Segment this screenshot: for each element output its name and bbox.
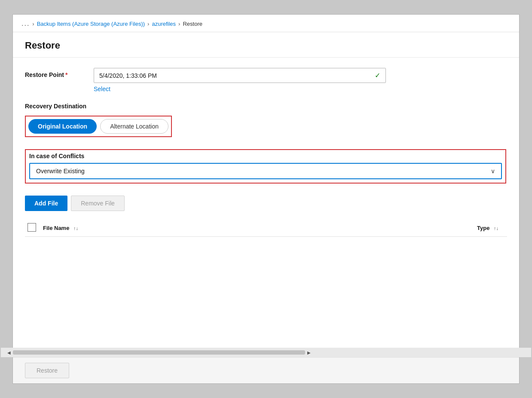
restore-point-value-col: 5/4/2020, 1:33:06 PM ✓ Select: [94, 68, 507, 92]
bottom-bar: Restore: [13, 357, 519, 383]
chevron-down-icon: ∨: [491, 168, 495, 175]
breadcrumb-sep-1: ›: [32, 21, 34, 27]
scroll-right-arrow[interactable]: ▶: [305, 350, 313, 355]
scroll-track[interactable]: [13, 350, 305, 355]
conflicts-dropdown-value: Overwrite Existing: [36, 168, 85, 175]
table-header-filename: File Name ↑↓: [40, 220, 299, 237]
restore-panel: ... › Backup Items (Azure Storage (Azure…: [12, 14, 520, 384]
filename-sort-icon[interactable]: ↑↓: [73, 226, 78, 231]
restore-point-label: Restore Point*: [25, 68, 94, 78]
scroll-left-arrow[interactable]: ◀: [5, 350, 13, 355]
file-table: File Name ↑↓ Type ↑↓: [25, 220, 507, 237]
alternate-location-button[interactable]: Alternate Location: [100, 119, 168, 134]
file-buttons: Add File Remove File: [25, 196, 507, 211]
page-title: Restore: [25, 40, 511, 51]
restore-button[interactable]: Restore: [25, 363, 69, 378]
restore-point-input[interactable]: 5/4/2020, 1:33:06 PM ✓: [94, 68, 386, 83]
location-buttons-container: Original Location Alternate Location: [25, 116, 172, 137]
breadcrumb-dots: ...: [21, 20, 30, 28]
breadcrumb-azurefiles[interactable]: azurefiles: [152, 21, 176, 27]
page-title-section: Restore: [13, 32, 519, 58]
location-buttons: Original Location Alternate Location: [28, 119, 168, 134]
breadcrumb-restore: Restore: [183, 21, 202, 27]
breadcrumb-backup-items[interactable]: Backup Items (Azure Storage (Azure Files…: [37, 21, 145, 27]
select-all-checkbox[interactable]: [28, 223, 36, 232]
scrollbar-area: ◀ ▶: [1, 348, 531, 357]
main-content: Restore Point* 5/4/2020, 1:33:06 PM ✓ Se…: [13, 58, 519, 348]
conflicts-section: In case of Conflicts Overwrite Existing …: [25, 149, 507, 184]
breadcrumb-sep-3: ›: [178, 21, 180, 27]
select-link[interactable]: Select: [94, 86, 507, 92]
remove-file-button[interactable]: Remove File: [71, 196, 125, 211]
conflicts-dropdown[interactable]: Overwrite Existing ∨: [29, 163, 502, 179]
table-header-checkbox: [25, 220, 40, 237]
recovery-destination-title: Recovery Destination: [25, 103, 507, 110]
checkmark-icon: ✓: [375, 71, 380, 80]
recovery-destination-section: Recovery Destination Original Location A…: [25, 103, 507, 137]
required-marker: *: [65, 71, 67, 78]
type-sort-icon[interactable]: ↑↓: [494, 226, 498, 231]
conflicts-outer: In case of Conflicts Overwrite Existing …: [25, 149, 506, 184]
table-header-type: Type ↑↓: [299, 220, 507, 237]
restore-point-value: 5/4/2020, 1:33:06 PM: [99, 72, 157, 79]
restore-point-row: Restore Point* 5/4/2020, 1:33:06 PM ✓ Se…: [25, 68, 507, 92]
breadcrumb: ... › Backup Items (Azure Storage (Azure…: [13, 15, 519, 32]
breadcrumb-sep-2: ›: [147, 21, 149, 27]
conflicts-label: In case of Conflicts: [29, 153, 502, 159]
original-location-button[interactable]: Original Location: [28, 119, 97, 134]
add-file-button[interactable]: Add File: [25, 196, 67, 211]
